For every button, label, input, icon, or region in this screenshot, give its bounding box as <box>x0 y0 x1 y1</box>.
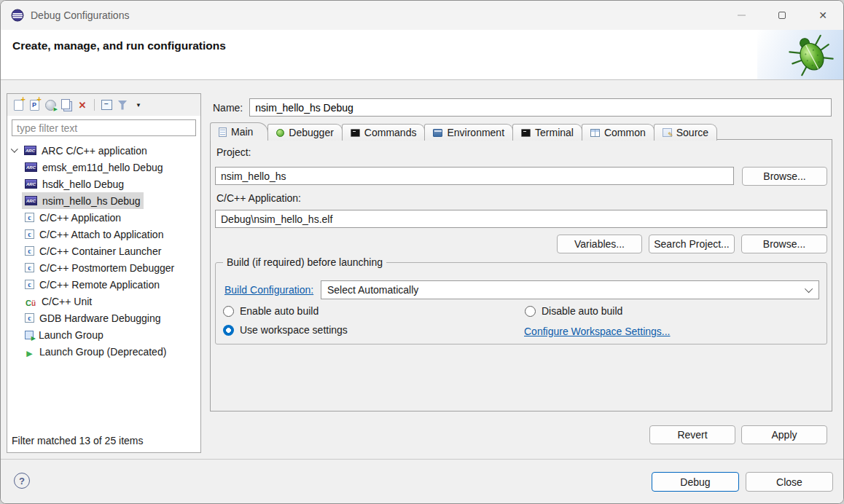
tree-item[interactable]: C/C++ Postmortem Debugger <box>9 259 177 276</box>
c-app-icon <box>25 229 34 239</box>
tree-item[interactable]: Launch Group (Deprecated) <box>9 343 169 360</box>
tree-item-label: C/C++ Remote Application <box>39 279 160 291</box>
c-app-icon <box>25 280 34 289</box>
menu-dropdown-icon[interactable] <box>130 97 146 113</box>
env-icon <box>433 129 442 137</box>
arc-icon <box>25 179 37 189</box>
close-button[interactable]: ✕ <box>802 1 843 30</box>
dialog-body: ARC C/C++ applicationemsk_em11d_hello De… <box>1 80 843 460</box>
project-input[interactable] <box>215 167 734 185</box>
tab-label: Commands <box>364 127 417 138</box>
new-prototype-icon[interactable] <box>26 97 42 113</box>
window-title: Debug Configurations <box>31 9 129 21</box>
tree-item[interactable]: emsk_em11d_hello Debug <box>22 159 166 176</box>
duplicate-icon[interactable] <box>58 97 74 113</box>
tree-item-label: C/C++ Container Launcher <box>39 245 161 257</box>
tab-label: Source <box>676 127 708 138</box>
tree-item-label: nsim_hello_hs Debug <box>42 195 141 207</box>
help-icon[interactable]: ? <box>14 473 30 489</box>
tree-item-label: C/C++ Postmortem Debugger <box>39 262 174 274</box>
console-black-icon <box>521 129 531 137</box>
tree-item[interactable]: nsim_hello_hs Debug <box>22 192 144 209</box>
arc-icon <box>25 196 37 205</box>
tab-source[interactable]: Source <box>654 124 717 141</box>
filter-icon[interactable] <box>114 97 130 113</box>
build-group-title: Build (if required) before launching <box>223 256 386 268</box>
tree-item[interactable]: hsdk_hello Debug <box>22 176 127 192</box>
build-configuration-link[interactable]: Build Configuration: <box>224 284 313 296</box>
tree-item[interactable]: C/C++ Attach to Application <box>9 226 166 243</box>
export-config-icon[interactable] <box>42 97 58 113</box>
tab-debugger[interactable]: Debugger <box>267 124 343 141</box>
enable-auto-build-radio[interactable]: Enable auto build <box>223 305 319 317</box>
tab-label: Debugger <box>289 127 334 138</box>
name-input[interactable] <box>249 98 832 117</box>
tree-item[interactable]: C/C++ Container Launcher <box>9 243 164 259</box>
tree-item[interactable]: C/C++ Application <box>9 209 124 226</box>
configure-workspace-settings-link[interactable]: Configure Workspace Settings... <box>524 326 671 337</box>
new-config-icon[interactable] <box>10 97 26 113</box>
close-dialog-button[interactable]: Close <box>746 472 833 492</box>
build-configuration-select[interactable]: Select Automatically <box>321 280 819 299</box>
bug-icon <box>276 129 284 137</box>
tree-item[interactable]: ARC C/C++ application <box>9 142 150 159</box>
banner-art <box>757 30 843 79</box>
tree-item-label: C/C++ Application <box>39 212 121 224</box>
file-icon <box>219 127 227 137</box>
tree-item[interactable]: Launch Group <box>9 326 106 343</box>
disable-auto-build-label: Disable auto build <box>542 305 622 317</box>
collapse-all-icon[interactable] <box>98 97 114 113</box>
main-tab-content: Project: Browse... C/C++ Application: Va… <box>210 139 832 412</box>
tree-item-label: Launch Group (Deprecated) <box>39 346 166 358</box>
tree-item[interactable]: C/C++ Remote Application <box>9 276 163 293</box>
configurations-toolbar <box>7 94 200 116</box>
tree-item-label: GDB Hardware Debugging <box>39 312 161 324</box>
tree-item[interactable]: GDB Hardware Debugging <box>9 310 164 326</box>
tab-label: Common <box>604 127 646 138</box>
tree-item-label: C/C++ Unit <box>42 296 92 307</box>
disable-auto-build-radio[interactable]: Disable auto build <box>525 305 622 317</box>
radio-checked-icon <box>223 325 234 336</box>
chevron-down-icon <box>805 285 813 293</box>
arc-icon <box>25 162 37 172</box>
tree-item-label: C/C++ Attach to Application <box>39 229 163 240</box>
page-title: Create, manage, and run configurations <box>12 39 226 52</box>
search-project-button[interactable]: Search Project... <box>649 235 735 253</box>
expand-chevron-icon[interactable] <box>11 145 18 152</box>
project-label: Project: <box>216 146 251 158</box>
arc-icon <box>24 146 36 155</box>
tree-item[interactable]: C/C++ Unit <box>9 293 95 310</box>
configuration-detail-panel: Name: MainDebuggerCommandsEnvironmentTer… <box>208 80 839 460</box>
delete-icon[interactable] <box>74 97 90 113</box>
minimize-button[interactable] <box>721 1 762 30</box>
configurations-tree: ARC C/C++ applicationemsk_em11d_hello De… <box>7 139 200 432</box>
name-label: Name: <box>213 102 243 114</box>
eclipse-logo-icon <box>11 9 24 22</box>
minimize-icon <box>738 15 746 16</box>
source-icon <box>663 128 672 137</box>
c-app-icon <box>25 213 34 222</box>
use-workspace-settings-radio[interactable]: Use workspace settings <box>223 324 348 336</box>
debug-configurations-dialog: Debug Configurations ✕ Create, manage, a… <box>0 0 844 504</box>
maximize-button[interactable] <box>762 1 802 30</box>
debug-button[interactable]: Debug <box>652 472 739 492</box>
tree-item-label: hsdk_hello Debug <box>42 178 124 190</box>
tab-environment[interactable]: Environment <box>424 124 513 141</box>
console-black-icon <box>351 129 360 137</box>
tab-common[interactable]: Common <box>582 124 655 141</box>
tab-main[interactable]: Main <box>210 122 268 141</box>
application-label: C/C++ Application: <box>216 192 301 204</box>
browse-application-button[interactable]: Browse... <box>741 235 827 253</box>
dialog-footer: ? Debug Close <box>1 460 843 504</box>
tab-terminal[interactable]: Terminal <box>512 124 582 141</box>
tab-commands[interactable]: Commands <box>342 124 426 141</box>
build-group: Build (if required) before launching Bui… <box>215 262 827 344</box>
build-configuration-value: Select Automatically <box>327 284 418 296</box>
variables-button[interactable]: Variables... <box>557 235 642 253</box>
filter-input[interactable] <box>12 119 196 136</box>
revert-button[interactable]: Revert <box>649 425 735 444</box>
browse-project-button[interactable]: Browse... <box>742 167 827 186</box>
close-icon: ✕ <box>818 10 827 20</box>
application-input[interactable] <box>215 210 827 228</box>
apply-button[interactable]: Apply <box>741 425 827 444</box>
